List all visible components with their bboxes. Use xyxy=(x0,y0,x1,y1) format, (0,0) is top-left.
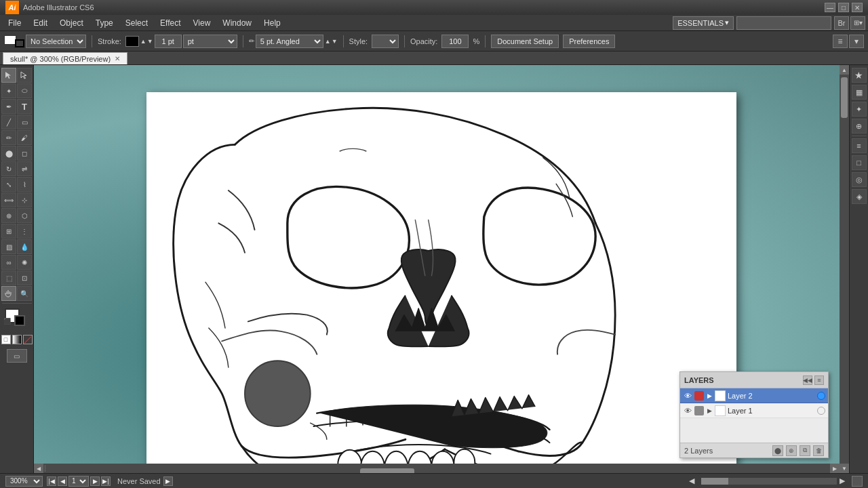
layer-1-expand-icon[interactable]: ▶ xyxy=(706,406,713,415)
panel-btn-1[interactable]: ★ xyxy=(852,68,867,83)
minimize-button[interactable]: — xyxy=(825,3,835,12)
last-page-button[interactable]: ▶| xyxy=(101,476,111,486)
panel-switcher-button[interactable]: ⊞▾ xyxy=(850,16,865,30)
layer-2-expand-icon[interactable]: ▶ xyxy=(706,391,713,401)
shape-builder-tool[interactable]: ⊕ xyxy=(1,208,16,223)
horizontal-scrollbar[interactable]: ◀ ▶ xyxy=(34,464,840,473)
width-tool[interactable]: ⟺ xyxy=(1,192,16,207)
create-layer-button[interactable]: ⊕ xyxy=(786,445,797,456)
panel-btn-8[interactable]: ◈ xyxy=(852,189,867,204)
search-input[interactable] xyxy=(736,16,831,30)
menu-help[interactable]: Help xyxy=(258,17,286,29)
maximize-button[interactable]: □ xyxy=(838,3,849,12)
document-tab[interactable]: skull* @ 300% (RGB/Preview) ✕ xyxy=(3,52,127,64)
status-view-toggle[interactable] xyxy=(852,476,863,487)
page-select[interactable]: 1 xyxy=(68,476,89,487)
delete-layer-button[interactable]: 🗑 xyxy=(813,445,824,456)
next-page-button[interactable]: ▶ xyxy=(90,476,100,486)
zoom-tool[interactable]: 🔍 xyxy=(17,286,32,301)
titlebar-controls[interactable]: — □ ✕ xyxy=(825,3,863,12)
scroll-down-button[interactable]: ▼ xyxy=(840,464,849,473)
vertical-scroll-thumb[interactable] xyxy=(841,77,848,118)
color-preview[interactable] xyxy=(4,35,24,47)
screen-mode-btn[interactable]: ▭ xyxy=(7,349,27,363)
blend-tool[interactable]: ∞ xyxy=(1,255,16,270)
layers-panel-options-icon[interactable]: ≡ xyxy=(814,375,824,385)
panel-btn-7[interactable]: ◎ xyxy=(852,172,867,187)
make-sublayer-button[interactable]: ⬤ xyxy=(772,445,783,456)
align-icon[interactable]: ≡ xyxy=(833,35,848,48)
status-scroll-right[interactable]: ▶ xyxy=(840,476,849,486)
eraser-tool[interactable]: ◻ xyxy=(17,146,32,161)
more-options-icon[interactable]: ▾ xyxy=(849,35,864,48)
menu-window[interactable]: Window xyxy=(217,17,257,29)
horizontal-scroll-thumb[interactable] xyxy=(360,468,414,473)
status-scroll-left[interactable]: ◀ xyxy=(689,476,698,486)
stroke-input[interactable] xyxy=(155,35,182,48)
pen-tool[interactable]: ✒ xyxy=(1,99,16,114)
layer-2-row[interactable]: 👁 ▶ Layer 2 xyxy=(680,388,828,403)
line-tool[interactable]: ╱ xyxy=(1,115,16,129)
status-hscroll[interactable] xyxy=(701,478,837,485)
gradient-mode-btn[interactable] xyxy=(12,335,22,344)
stroke-up-icon[interactable]: ▲ xyxy=(140,38,146,45)
scroll-left-button[interactable]: ◀ xyxy=(34,464,43,473)
document-setup-button[interactable]: Document Setup xyxy=(491,35,559,48)
selection-dropdown[interactable]: No Selection xyxy=(26,35,86,48)
hand-tool[interactable] xyxy=(1,286,16,301)
lasso-tool[interactable]: ⬭ xyxy=(17,83,32,98)
layer-2-eye-icon[interactable]: 👁 xyxy=(683,391,692,401)
symbol-spray-tool[interactable]: ✺ xyxy=(17,255,32,270)
close-button[interactable]: ✕ xyxy=(852,3,863,12)
scroll-right-button[interactable]: ▶ xyxy=(830,464,840,473)
reflect-tool[interactable]: ⇌ xyxy=(17,161,32,176)
scale-tool[interactable]: ⤡ xyxy=(1,177,16,192)
free-transform-tool[interactable]: ⊹ xyxy=(17,192,32,207)
gradient-tool[interactable]: ▨ xyxy=(1,239,16,254)
prev-page-button[interactable]: ◀ xyxy=(58,476,67,486)
brush-up-icon[interactable]: ▲ xyxy=(325,38,331,45)
direct-select-tool[interactable] xyxy=(17,68,32,83)
tab-close-button[interactable]: ✕ xyxy=(115,55,120,62)
stroke-color-swatch[interactable] xyxy=(125,36,139,47)
menu-edit[interactable]: Edit xyxy=(28,17,53,29)
first-page-button[interactable]: |◀ xyxy=(47,476,56,486)
eyedropper-tool[interactable]: 💧 xyxy=(17,239,32,254)
panel-btn-2[interactable]: ▦ xyxy=(852,85,867,100)
bridge-button[interactable]: Br xyxy=(834,16,849,30)
slice-tool[interactable]: ⊡ xyxy=(17,270,32,285)
menu-select[interactable]: Select xyxy=(120,17,153,29)
stroke-unit-select[interactable]: pt xyxy=(183,35,237,48)
live-paint-tool[interactable]: ⬡ xyxy=(17,208,32,223)
rotate-tool[interactable]: ↻ xyxy=(1,161,16,176)
select-tool[interactable] xyxy=(1,68,16,83)
preferences-button[interactable]: Preferences xyxy=(563,35,615,48)
stroke-color-big-swatch[interactable] xyxy=(14,315,25,326)
move-to-button[interactable]: ⧉ xyxy=(800,445,810,456)
layer-1-row[interactable]: 👁 ▶ Layer 1 xyxy=(680,403,828,418)
panel-btn-5[interactable]: ≡ xyxy=(852,138,867,153)
stroke-down-icon[interactable]: ▼ xyxy=(147,38,153,45)
scroll-up-button[interactable]: ▲ xyxy=(840,65,849,75)
essentials-button[interactable]: ESSENTIALS ▾ xyxy=(673,16,734,30)
layer-1-eye-icon[interactable]: 👁 xyxy=(683,406,692,415)
status-arrow-icon[interactable]: ▶ xyxy=(163,476,173,486)
magic-wand-tool[interactable]: ✦ xyxy=(1,83,16,98)
perspective-tool[interactable]: ⊞ xyxy=(1,224,16,239)
default-colors-icon[interactable]: ⬛ xyxy=(3,318,11,325)
rect-tool[interactable]: ▭ xyxy=(17,115,32,129)
artboard-tool[interactable]: ⬚ xyxy=(1,270,16,285)
brush-tool[interactable]: 🖌 xyxy=(17,130,32,145)
brush-down-icon[interactable]: ▼ xyxy=(332,38,338,45)
zoom-select[interactable]: 300% xyxy=(5,476,43,487)
menu-object[interactable]: Object xyxy=(54,17,89,29)
style-select[interactable] xyxy=(372,35,399,48)
pencil-tool[interactable]: ✏ xyxy=(1,130,16,145)
menu-file[interactable]: File xyxy=(3,17,26,29)
type-tool[interactable]: T xyxy=(17,99,32,114)
menu-type[interactable]: Type xyxy=(90,17,119,29)
menu-effect[interactable]: Effect xyxy=(155,17,186,29)
panel-btn-6[interactable]: □ xyxy=(852,155,867,170)
none-mode-btn[interactable] xyxy=(23,335,33,344)
color-mode-btn[interactable]: □ xyxy=(1,335,11,344)
